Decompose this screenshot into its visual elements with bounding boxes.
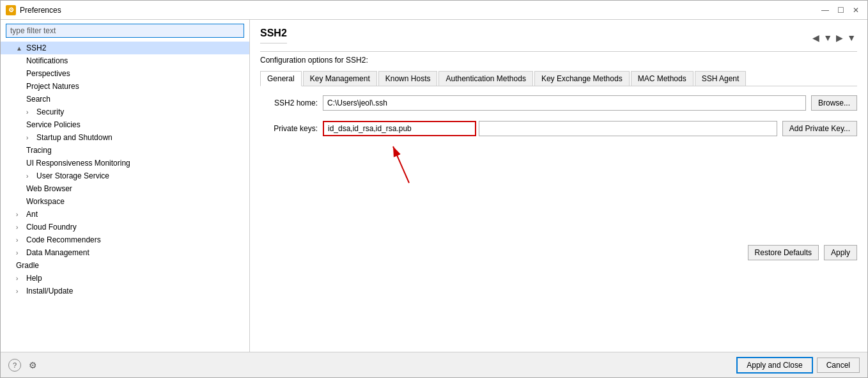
bottom-right: Apply and Close Cancel xyxy=(736,357,860,374)
sidebar-item-help[interactable]: › Help xyxy=(1,272,249,285)
help-icon[interactable]: ? xyxy=(8,359,21,372)
svg-line-1 xyxy=(393,146,409,183)
sidebar-item-security[interactable]: › Security xyxy=(1,106,249,118)
sidebar-item-label: Notifications xyxy=(26,56,68,65)
sidebar-item-label: Install/Update xyxy=(26,287,73,295)
tab-ssh-agent[interactable]: SSH Agent xyxy=(695,71,747,86)
nav-dropdown1[interactable]: ▼ xyxy=(822,31,833,44)
private-keys-input[interactable] xyxy=(323,121,476,136)
install-update-arrow-icon: › xyxy=(16,288,24,295)
sidebar-item-label: Workspace xyxy=(26,197,65,206)
preferences-window: ⚙ Preferences — ☐ ✕ ▲ SSH2 Notifications xyxy=(0,0,868,378)
sidebar-item-perspectives[interactable]: Perspectives xyxy=(1,67,249,80)
user-storage-arrow-icon: › xyxy=(26,173,34,180)
minimize-button[interactable]: — xyxy=(819,4,832,17)
private-keys-input-rest[interactable] xyxy=(479,121,777,136)
browse-button[interactable]: Browse... xyxy=(811,95,857,111)
tab-general[interactable]: General xyxy=(260,71,302,86)
filter-input[interactable] xyxy=(6,24,244,38)
form-rows-container: SSH2 home: Browse... Private keys: xyxy=(260,95,857,260)
sidebar-item-label: Data Management xyxy=(26,248,89,257)
content-description: Configuration options for SSH2: xyxy=(260,56,857,65)
sidebar-item-project-natures[interactable]: Project Natures xyxy=(1,80,249,93)
ssh2-home-row: SSH2 home: Browse... xyxy=(260,95,857,111)
startup-arrow-icon: › xyxy=(26,134,34,141)
apply-close-button[interactable]: Apply and Close xyxy=(736,357,812,374)
tab-key-management[interactable]: Key Management xyxy=(303,71,377,86)
cancel-button[interactable]: Cancel xyxy=(817,358,860,373)
sidebar-item-ant[interactable]: › Ant xyxy=(1,208,249,221)
sidebar-item-label: Startup and Shutdown xyxy=(36,133,112,142)
window-controls: — ☐ ✕ xyxy=(819,4,862,17)
sidebar-item-ssh2[interactable]: ▲ SSH2 xyxy=(1,42,249,54)
cloud-foundry-arrow-icon: › xyxy=(16,224,24,231)
ant-arrow-icon: › xyxy=(16,211,24,218)
app-icon: ⚙ xyxy=(6,5,16,15)
sidebar-item-startup-shutdown[interactable]: › Startup and Shutdown xyxy=(1,131,249,144)
sidebar-item-user-storage[interactable]: › User Storage Service xyxy=(1,169,249,182)
sidebar-item-ui-responsiveness[interactable]: UI Responsiveness Monitoring xyxy=(1,157,249,169)
sidebar-item-label: Code Recommenders xyxy=(26,235,101,244)
sidebar-item-cloud-foundry[interactable]: › Cloud Foundry xyxy=(1,221,249,233)
content-area: SSH2 ◀ ▼ ▶ ▼ Configuration options for S… xyxy=(250,20,867,352)
back-button[interactable]: ◀ xyxy=(811,31,821,44)
ssh2-home-label: SSH2 home: xyxy=(260,98,318,107)
sidebar-item-service-policies[interactable]: Service Policies xyxy=(1,118,249,131)
content-title: SSH2 xyxy=(260,28,287,43)
sidebar-item-label: Search xyxy=(26,95,50,104)
sidebar-item-label: Security xyxy=(36,107,64,116)
nav-arrows: ◀ ▼ ▶ ▼ xyxy=(811,31,857,44)
annotation-arrow xyxy=(374,135,431,186)
titlebar: ⚙ Preferences — ☐ ✕ xyxy=(1,1,867,20)
sidebar-item-label: Help xyxy=(26,274,42,283)
sidebar-item-label: Cloud Foundry xyxy=(26,223,77,232)
bottom-bar: ? ⚙ Apply and Close Cancel xyxy=(1,352,867,377)
sidebar-item-label: Ant xyxy=(26,210,38,219)
sidebar-item-label: User Storage Service xyxy=(36,171,109,180)
private-keys-label: Private keys: xyxy=(260,124,318,133)
tab-known-hosts[interactable]: Known Hosts xyxy=(378,71,438,86)
bottom-left: ? ⚙ xyxy=(8,359,39,372)
titlebar-left: ⚙ Preferences xyxy=(6,5,61,15)
sidebar-item-label: SSH2 xyxy=(26,43,46,52)
maximize-button[interactable]: ☐ xyxy=(834,4,847,17)
settings-icon[interactable]: ⚙ xyxy=(26,359,39,372)
data-management-arrow-icon: › xyxy=(16,249,24,256)
sidebar-item-label: Tracing xyxy=(26,146,52,155)
ssh2-arrow-icon: ▲ xyxy=(16,45,24,52)
window-title: Preferences xyxy=(20,6,61,15)
private-keys-row: Private keys: xyxy=(260,121,857,136)
sidebar-item-search[interactable]: Search xyxy=(1,93,249,106)
sidebar-item-label: Gradle xyxy=(16,261,39,270)
forward-button[interactable]: ▶ xyxy=(835,31,844,44)
sidebar-item-label: UI Responsiveness Monitoring xyxy=(26,159,130,168)
apply-button[interactable]: Apply xyxy=(824,245,857,260)
sidebar-item-web-browser[interactable]: Web Browser xyxy=(1,182,249,195)
tabs-row: General Key Management Known Hosts Authe… xyxy=(260,71,857,86)
content-header-row: SSH2 ◀ ▼ ▶ ▼ xyxy=(260,28,857,52)
sidebar-item-notifications[interactable]: Notifications xyxy=(1,54,249,67)
close-button[interactable]: ✕ xyxy=(849,4,862,17)
sidebar-item-data-management[interactable]: › Data Management xyxy=(1,246,249,259)
security-arrow-icon: › xyxy=(26,109,34,116)
sidebar: ▲ SSH2 Notifications Perspectives Projec… xyxy=(1,20,250,352)
sidebar-item-workspace[interactable]: Workspace xyxy=(1,195,249,208)
sidebar-item-install-update[interactable]: › Install/Update xyxy=(1,285,249,297)
tab-auth-methods[interactable]: Authentication Methods xyxy=(438,71,532,86)
restore-defaults-button[interactable]: Restore Defaults xyxy=(748,245,819,260)
sidebar-item-label: Web Browser xyxy=(26,184,72,193)
ssh2-home-input[interactable] xyxy=(323,95,806,111)
sidebar-item-gradle[interactable]: Gradle xyxy=(1,259,249,272)
code-recommenders-arrow-icon: › xyxy=(16,237,24,244)
right-panel-footer: Restore Defaults Apply xyxy=(260,239,857,260)
sidebar-item-label: Project Natures xyxy=(26,82,79,91)
sidebar-item-label: Service Policies xyxy=(26,120,81,129)
sidebar-item-code-recommenders[interactable]: › Code Recommenders xyxy=(1,233,249,246)
tab-key-exchange[interactable]: Key Exchange Methods xyxy=(534,71,630,86)
sidebar-item-tracing[interactable]: Tracing xyxy=(1,144,249,157)
nav-dropdown2[interactable]: ▼ xyxy=(846,31,857,44)
add-private-key-button[interactable]: Add Private Key... xyxy=(782,121,857,136)
sidebar-item-label: Perspectives xyxy=(26,69,70,78)
tab-mac-methods[interactable]: MAC Methods xyxy=(631,71,694,86)
main-content: ▲ SSH2 Notifications Perspectives Projec… xyxy=(1,20,867,352)
